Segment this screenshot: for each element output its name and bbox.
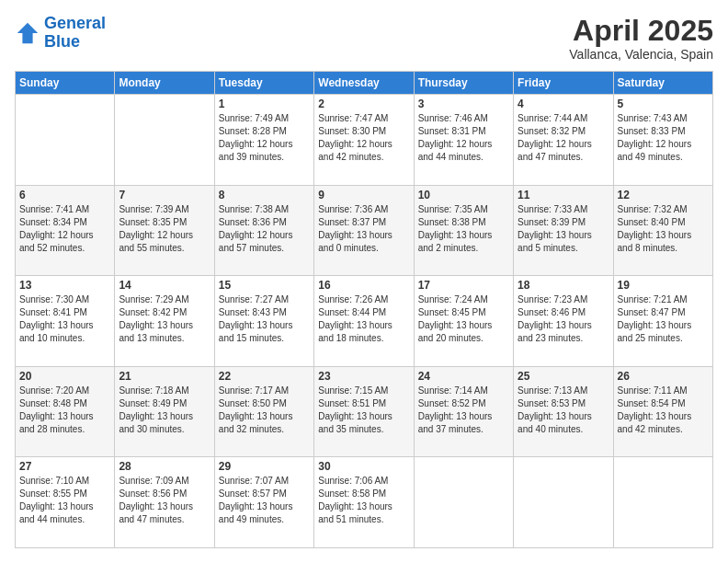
col-thursday: Thursday xyxy=(414,72,513,95)
day-info: Sunrise: 7:41 AMSunset: 8:34 PMDaylight:… xyxy=(19,203,110,255)
page: General Blue April 2025 Vallanca, Valenc… xyxy=(0,0,728,563)
day-number: 6 xyxy=(19,189,110,201)
table-row: 7Sunrise: 7:39 AMSunset: 8:35 PMDaylight… xyxy=(115,185,214,276)
calendar-row: 13Sunrise: 7:30 AMSunset: 8:41 PMDayligh… xyxy=(16,276,713,367)
table-row: 9Sunrise: 7:36 AMSunset: 8:37 PMDaylight… xyxy=(314,185,414,276)
day-info: Sunrise: 7:20 AMSunset: 8:48 PMDaylight:… xyxy=(19,385,110,436)
table-row xyxy=(414,457,513,548)
day-number: 26 xyxy=(618,370,709,383)
calendar-row: 27Sunrise: 7:10 AMSunset: 8:55 PMDayligh… xyxy=(16,457,713,548)
table-row: 12Sunrise: 7:32 AMSunset: 8:40 PMDayligh… xyxy=(613,185,712,276)
table-row: 23Sunrise: 7:15 AMSunset: 8:51 PMDayligh… xyxy=(314,366,414,457)
day-info: Sunrise: 7:09 AMSunset: 8:56 PMDaylight:… xyxy=(119,475,210,526)
calendar-row: 1Sunrise: 7:49 AMSunset: 8:28 PMDaylight… xyxy=(16,95,713,186)
calendar-table: Sunday Monday Tuesday Wednesday Thursday… xyxy=(15,71,713,548)
table-row: 5Sunrise: 7:43 AMSunset: 8:33 PMDaylight… xyxy=(613,95,712,186)
day-info: Sunrise: 7:47 AMSunset: 8:30 PMDaylight:… xyxy=(318,112,409,164)
day-number: 12 xyxy=(618,189,709,201)
day-info: Sunrise: 7:24 AMSunset: 8:45 PMDaylight:… xyxy=(418,293,509,345)
day-info: Sunrise: 7:07 AMSunset: 8:57 PMDaylight:… xyxy=(219,475,310,526)
day-info: Sunrise: 7:36 AMSunset: 8:37 PMDaylight:… xyxy=(318,203,409,255)
day-number: 3 xyxy=(418,98,509,110)
logo-text: General Blue xyxy=(44,15,106,52)
day-number: 4 xyxy=(518,98,609,110)
day-number: 5 xyxy=(618,98,709,110)
table-row: 18Sunrise: 7:23 AMSunset: 8:46 PMDayligh… xyxy=(514,276,613,367)
day-info: Sunrise: 7:11 AMSunset: 8:54 PMDaylight:… xyxy=(618,385,709,436)
day-number: 11 xyxy=(518,189,609,201)
table-row: 20Sunrise: 7:20 AMSunset: 8:48 PMDayligh… xyxy=(16,366,115,457)
table-row: 13Sunrise: 7:30 AMSunset: 8:41 PMDayligh… xyxy=(16,276,115,367)
logo-line2: Blue xyxy=(44,32,80,51)
svg-marker-0 xyxy=(17,23,38,43)
day-info: Sunrise: 7:17 AMSunset: 8:50 PMDaylight:… xyxy=(219,385,310,436)
logo-icon xyxy=(15,20,40,46)
day-number: 29 xyxy=(219,460,310,473)
day-info: Sunrise: 7:44 AMSunset: 8:32 PMDaylight:… xyxy=(518,112,609,164)
day-number: 24 xyxy=(418,370,509,383)
day-number: 7 xyxy=(119,189,210,201)
col-tuesday: Tuesday xyxy=(214,72,313,95)
table-row: 1Sunrise: 7:49 AMSunset: 8:28 PMDaylight… xyxy=(214,95,313,186)
table-row: 15Sunrise: 7:27 AMSunset: 8:43 PMDayligh… xyxy=(214,276,313,367)
calendar-row: 20Sunrise: 7:20 AMSunset: 8:48 PMDayligh… xyxy=(16,366,713,457)
day-number: 17 xyxy=(418,279,509,292)
title-block: April 2025 Vallanca, Valencia, Spain xyxy=(569,15,713,62)
day-info: Sunrise: 7:10 AMSunset: 8:55 PMDaylight:… xyxy=(19,475,110,526)
subtitle: Vallanca, Valencia, Spain xyxy=(569,47,713,62)
day-number: 9 xyxy=(318,189,409,201)
day-info: Sunrise: 7:21 AMSunset: 8:47 PMDaylight:… xyxy=(618,293,709,345)
col-monday: Monday xyxy=(115,72,214,95)
day-info: Sunrise: 7:43 AMSunset: 8:33 PMDaylight:… xyxy=(618,112,709,164)
table-row: 21Sunrise: 7:18 AMSunset: 8:49 PMDayligh… xyxy=(115,366,214,457)
header: General Blue April 2025 Vallanca, Valenc… xyxy=(15,15,713,62)
day-number: 27 xyxy=(19,460,110,473)
day-info: Sunrise: 7:32 AMSunset: 8:40 PMDaylight:… xyxy=(618,203,709,255)
day-number: 25 xyxy=(518,370,609,383)
day-info: Sunrise: 7:39 AMSunset: 8:35 PMDaylight:… xyxy=(119,203,210,255)
table-row xyxy=(115,95,214,186)
day-info: Sunrise: 7:18 AMSunset: 8:49 PMDaylight:… xyxy=(119,385,210,436)
day-info: Sunrise: 7:26 AMSunset: 8:44 PMDaylight:… xyxy=(318,293,409,345)
day-number: 2 xyxy=(318,98,409,110)
day-number: 28 xyxy=(119,460,210,473)
table-row: 25Sunrise: 7:13 AMSunset: 8:53 PMDayligh… xyxy=(514,366,613,457)
table-row: 28Sunrise: 7:09 AMSunset: 8:56 PMDayligh… xyxy=(115,457,214,548)
col-sunday: Sunday xyxy=(16,72,115,95)
main-title: April 2025 xyxy=(569,15,713,47)
table-row: 29Sunrise: 7:07 AMSunset: 8:57 PMDayligh… xyxy=(214,457,313,548)
table-row: 3Sunrise: 7:46 AMSunset: 8:31 PMDaylight… xyxy=(414,95,513,186)
day-number: 13 xyxy=(19,279,110,292)
col-wednesday: Wednesday xyxy=(314,72,414,95)
day-number: 18 xyxy=(518,279,609,292)
table-row: 8Sunrise: 7:38 AMSunset: 8:36 PMDaylight… xyxy=(214,185,313,276)
day-info: Sunrise: 7:23 AMSunset: 8:46 PMDaylight:… xyxy=(518,293,609,345)
logo-line1: General xyxy=(44,14,106,32)
day-info: Sunrise: 7:33 AMSunset: 8:39 PMDaylight:… xyxy=(518,203,609,255)
day-number: 21 xyxy=(119,370,210,383)
day-info: Sunrise: 7:13 AMSunset: 8:53 PMDaylight:… xyxy=(518,385,609,436)
table-row: 19Sunrise: 7:21 AMSunset: 8:47 PMDayligh… xyxy=(613,276,712,367)
day-number: 22 xyxy=(219,370,310,383)
day-number: 8 xyxy=(219,189,310,201)
day-info: Sunrise: 7:46 AMSunset: 8:31 PMDaylight:… xyxy=(418,112,509,164)
day-number: 30 xyxy=(318,460,409,473)
day-info: Sunrise: 7:49 AMSunset: 8:28 PMDaylight:… xyxy=(219,112,310,164)
day-info: Sunrise: 7:30 AMSunset: 8:41 PMDaylight:… xyxy=(19,293,110,345)
table-row: 24Sunrise: 7:14 AMSunset: 8:52 PMDayligh… xyxy=(414,366,513,457)
day-info: Sunrise: 7:38 AMSunset: 8:36 PMDaylight:… xyxy=(219,203,310,255)
table-row: 27Sunrise: 7:10 AMSunset: 8:55 PMDayligh… xyxy=(16,457,115,548)
table-row: 30Sunrise: 7:06 AMSunset: 8:58 PMDayligh… xyxy=(314,457,414,548)
table-row: 11Sunrise: 7:33 AMSunset: 8:39 PMDayligh… xyxy=(514,185,613,276)
day-info: Sunrise: 7:14 AMSunset: 8:52 PMDaylight:… xyxy=(418,385,509,436)
day-number: 14 xyxy=(119,279,210,292)
day-info: Sunrise: 7:35 AMSunset: 8:38 PMDaylight:… xyxy=(418,203,509,255)
day-number: 10 xyxy=(418,189,509,201)
table-row: 26Sunrise: 7:11 AMSunset: 8:54 PMDayligh… xyxy=(613,366,712,457)
day-info: Sunrise: 7:15 AMSunset: 8:51 PMDaylight:… xyxy=(318,385,409,436)
day-number: 15 xyxy=(219,279,310,292)
table-row: 16Sunrise: 7:26 AMSunset: 8:44 PMDayligh… xyxy=(314,276,414,367)
calendar-row: 6Sunrise: 7:41 AMSunset: 8:34 PMDaylight… xyxy=(16,185,713,276)
table-row: 2Sunrise: 7:47 AMSunset: 8:30 PMDaylight… xyxy=(314,95,414,186)
day-info: Sunrise: 7:27 AMSunset: 8:43 PMDaylight:… xyxy=(219,293,310,345)
